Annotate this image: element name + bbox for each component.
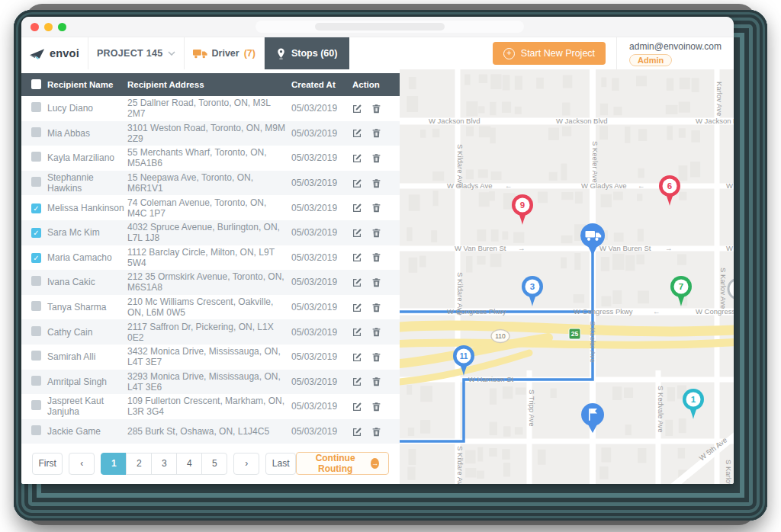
traffic-light[interactable]	[31, 23, 39, 31]
map-canvas[interactable]: 11025W Jackson BlvdW Jackson BlvdW Jacks…	[400, 69, 734, 484]
table-row[interactable]: Tanya Sharma 210 Mc Williams Crescent, O…	[21, 295, 400, 320]
created-at: 05/03/2019	[291, 103, 352, 114]
tab-driver[interactable]: Driver (7)	[185, 37, 265, 69]
table-row[interactable]: Sara Mc Kim 4032 Spruce Avenue, Burlingt…	[21, 220, 400, 245]
map-stop-pin[interactable]: 9	[512, 194, 533, 225]
row-checkbox[interactable]	[31, 351, 41, 361]
first-page-button[interactable]: First	[32, 453, 63, 475]
delete-icon[interactable]	[371, 352, 381, 362]
address-bar[interactable]	[256, 21, 524, 33]
map-stop-pin[interactable]: 3	[522, 276, 543, 306]
recipient-name: Tanya Sharma	[47, 302, 127, 312]
last-page-button[interactable]: Last	[265, 453, 296, 475]
row-checkbox[interactable]	[31, 204, 41, 213]
map-stop-pin[interactable]: 1	[683, 389, 704, 419]
svg-text:3: 3	[530, 282, 535, 291]
delete-icon[interactable]	[371, 178, 381, 188]
row-checkbox[interactable]	[31, 152, 41, 162]
delete-icon[interactable]	[371, 203, 381, 213]
row-checkbox[interactable]	[31, 425, 41, 435]
edit-icon[interactable]	[352, 178, 362, 188]
table-row[interactable]: Mia Abbas 3101 Weston Road, Toronto, ON,…	[21, 121, 400, 146]
page-button[interactable]: 2	[126, 453, 152, 475]
delete-icon[interactable]	[371, 128, 381, 138]
edit-icon[interactable]	[352, 128, 362, 138]
continue-routing-button[interactable]: Continue Routing →	[296, 452, 389, 475]
delete-icon[interactable]	[371, 252, 381, 262]
table-row[interactable]: Stephannie Hawkins 15 Neepawa Ave, Toron…	[21, 171, 400, 196]
table-row[interactable]: Maria Camacho 1112 Barclay Circle, Milto…	[21, 245, 400, 271]
edit-icon[interactable]	[352, 303, 362, 312]
start-new-project-button[interactable]: + Start New Project	[493, 42, 606, 65]
table-row[interactable]: Samirah Alli 3432 Monica Drive, Mississa…	[21, 345, 400, 370]
edit-icon[interactable]	[352, 104, 362, 114]
delete-icon[interactable]	[371, 104, 381, 114]
page-button[interactable]: 3	[151, 453, 177, 475]
page-button[interactable]: 5	[201, 453, 227, 475]
row-checkbox[interactable]	[31, 253, 41, 263]
tab-stops[interactable]: Stops (60)	[265, 37, 349, 69]
row-checkbox[interactable]	[31, 102, 41, 112]
table-row[interactable]: Cathy Cain 2117 Saffron Dr, Pickering, O…	[21, 319, 400, 345]
delete-icon[interactable]	[371, 228, 381, 238]
delete-icon[interactable]	[371, 427, 381, 437]
delete-icon[interactable]	[371, 377, 381, 386]
row-checkbox[interactable]	[31, 376, 41, 386]
driver-label: Driver	[212, 48, 239, 59]
prev-page-button[interactable]: ‹	[69, 453, 95, 475]
table-row[interactable]: Jaspreet Kaut Janjuha 109 Fullerton Cres…	[21, 394, 400, 419]
traffic-light[interactable]	[58, 23, 66, 31]
next-page-button[interactable]: ›	[233, 453, 259, 475]
row-checkbox[interactable]	[31, 276, 41, 286]
project-selector[interactable]: PROJECT 145	[88, 37, 185, 69]
recipient-name: Sara Mc Kim	[47, 227, 127, 238]
edit-icon[interactable]	[352, 252, 362, 262]
driver-count: (7)	[244, 48, 256, 59]
map-stop-pin-partial[interactable]	[728, 279, 734, 299]
delete-icon[interactable]	[371, 303, 381, 312]
row-checkbox[interactable]	[31, 326, 41, 336]
table-row[interactable]: Ivana Cakic 212 35 Ormskirk Avenue, Toro…	[21, 270, 400, 295]
edit-icon[interactable]	[352, 402, 362, 412]
select-all-checkbox[interactable]	[31, 79, 41, 89]
delete-icon[interactable]	[371, 153, 381, 163]
table-row[interactable]: Melissa Hankinson 74 Coleman Avenue, Tor…	[21, 195, 400, 220]
table-row[interactable]: Lucy Diano 25 Dallner Road, Toronto, ON,…	[21, 96, 400, 121]
logo: envoi	[21, 37, 88, 69]
table-header: Recipient Name Recipient Address Created…	[21, 73, 400, 96]
edit-icon[interactable]	[352, 228, 362, 238]
page-button[interactable]: 4	[176, 453, 202, 475]
created-at: 05/03/2019	[291, 351, 352, 362]
edit-icon[interactable]	[352, 153, 362, 163]
table-row[interactable]: Jackie Game 285 Burk St, Oshawa, ON, L1J…	[21, 419, 400, 444]
account-email: admin@envoinow.com	[629, 41, 722, 52]
traffic-light[interactable]	[44, 23, 53, 31]
recipient-address: 4032 Spruce Avenue, Burlington, ON, L7L …	[127, 222, 291, 243]
recipient-name: Lucy Diano	[47, 103, 127, 114]
highway-shield-25: 25	[571, 330, 579, 338]
edit-icon[interactable]	[352, 277, 362, 287]
edit-icon[interactable]	[352, 327, 362, 337]
row-checkbox[interactable]	[31, 301, 41, 311]
table-row[interactable]: Kayla Marziliano 55 Merchants Wharf, Tor…	[21, 146, 400, 171]
delete-icon[interactable]	[371, 327, 381, 337]
table-row[interactable]: Amritpal Singh 3293 Monica Drive, Missis…	[21, 370, 400, 395]
map-stop-pin[interactable]: 6	[659, 175, 680, 206]
row-checkbox[interactable]	[31, 127, 41, 137]
delete-icon[interactable]	[371, 277, 381, 287]
delete-icon[interactable]	[371, 402, 381, 412]
row-checkbox[interactable]	[31, 400, 41, 410]
window-titlebar	[21, 17, 734, 37]
row-checkbox[interactable]	[31, 177, 41, 187]
traffic-lights[interactable]	[31, 23, 66, 31]
destination-marker-flag-icon[interactable]	[581, 403, 604, 433]
edit-icon[interactable]	[352, 203, 362, 213]
edit-icon[interactable]	[352, 427, 362, 437]
edit-icon[interactable]	[352, 352, 362, 362]
recipient-name: Ivana Cakic	[47, 277, 127, 287]
page-button[interactable]: 1	[101, 453, 127, 475]
column-header-name: Recipient Name	[47, 80, 127, 89]
edit-icon[interactable]	[352, 377, 362, 386]
row-checkbox[interactable]	[31, 228, 41, 238]
map-stop-pin[interactable]: 7	[670, 276, 692, 306]
